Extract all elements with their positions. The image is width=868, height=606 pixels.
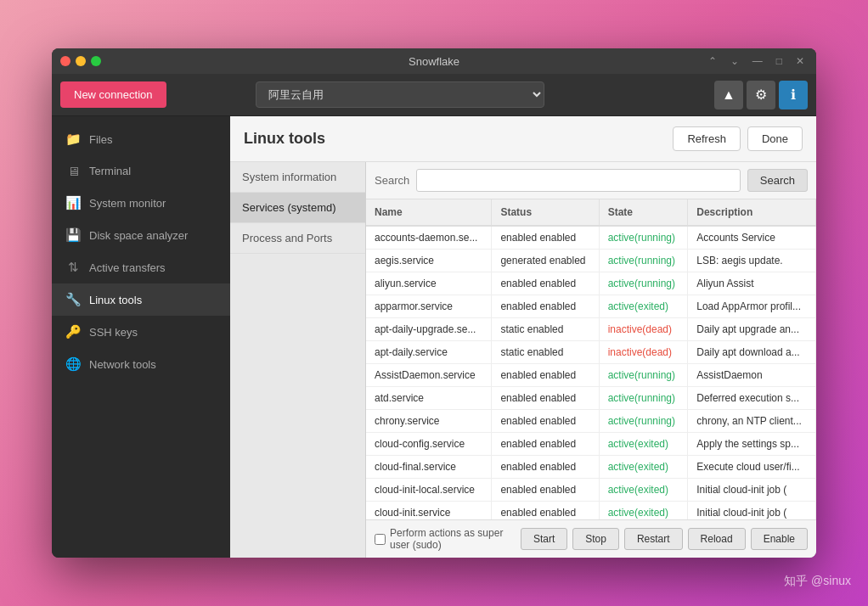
cell-state: active(running) <box>599 387 688 410</box>
ssh-keys-icon: 🔑 <box>65 324 81 339</box>
table-row[interactable]: apparmor.serviceenabled enabledactive(ex… <box>366 295 816 318</box>
services-table: Name Status State Description accounts-d… <box>366 199 816 519</box>
footer-bar: Perform actions as super user (sudo) Sta… <box>366 519 816 558</box>
title-bar-btn-4[interactable]: □ <box>773 53 786 69</box>
table-header-row: Name Status State Description <box>366 199 816 226</box>
network-tools-icon: 🌐 <box>65 356 81 372</box>
table-row[interactable]: aliyun.serviceenabled enabledactive(runn… <box>366 272 816 295</box>
cell-service-name: accounts-daemon.se... <box>366 226 492 250</box>
sidebar: 📁 Files 🖥 Terminal 📊 System monitor 💾 Di… <box>52 116 230 558</box>
cell-service-name: chrony.service <box>366 410 492 433</box>
sidebar-item-network-tools[interactable]: 🌐 Network tools <box>52 348 230 380</box>
title-bar-btn-2[interactable]: ⌄ <box>727 53 742 69</box>
table-row[interactable]: cloud-config.serviceenabled enabledactiv… <box>366 433 816 456</box>
title-bar-btn-3[interactable]: — <box>749 53 766 69</box>
content-body: System information Services (systemd) Pr… <box>230 162 816 558</box>
toolbar: New connection 阿里云自用 ▲ ⚙ ℹ <box>52 74 816 116</box>
minimize-dot[interactable] <box>76 56 86 66</box>
cell-state: active(running) <box>599 364 688 387</box>
files-icon: 📁 <box>65 132 81 147</box>
connection-dropdown[interactable]: 阿里云自用 <box>256 81 544 108</box>
left-panel-processes[interactable]: Process and Ports <box>230 223 365 254</box>
info-icon-btn[interactable]: ℹ <box>779 81 808 109</box>
sidebar-item-disk-space[interactable]: 💾 Disk space analyzer <box>52 219 230 251</box>
connection-selector[interactable]: 阿里云自用 <box>256 81 544 108</box>
cell-status: static enabled <box>492 341 599 364</box>
sidebar-item-ssh-keys[interactable]: 🔑 SSH keys <box>52 316 230 348</box>
table-row[interactable]: atd.serviceenabled enabledactive(running… <box>366 387 816 410</box>
sudo-checkbox-label[interactable]: Perform actions as super user (sudo) <box>375 527 514 551</box>
search-input[interactable] <box>416 169 741 192</box>
close-dot[interactable] <box>60 56 70 66</box>
refresh-button[interactable]: Refresh <box>673 126 741 151</box>
cell-state: active(running) <box>599 272 688 295</box>
linux-tools-icon: 🔧 <box>65 292 81 307</box>
sidebar-item-active-transfers[interactable]: ⇅ Active transfers <box>52 251 230 283</box>
cell-state: active(running) <box>599 410 688 433</box>
upload-icon-btn[interactable]: ▲ <box>714 81 743 109</box>
cell-status: enabled enabled <box>492 272 599 295</box>
right-panel: Search Search Name Status State <box>366 162 816 558</box>
cell-status: enabled enabled <box>492 226 599 250</box>
table-row[interactable]: cloud-final.serviceenabled enabledactive… <box>366 456 816 479</box>
search-label: Search <box>375 174 409 187</box>
active-transfers-icon: ⇅ <box>65 260 81 275</box>
sidebar-item-files[interactable]: 📁 Files <box>52 123 230 155</box>
title-bar-btn-1[interactable]: ⌃ <box>705 53 720 69</box>
table-row[interactable]: chrony.serviceenabled enabledactive(runn… <box>366 410 816 433</box>
left-panel-services[interactable]: Services (systemd) <box>230 193 365 223</box>
cell-description: Initial cloud-init job ( <box>688 479 816 502</box>
table-row[interactable]: cloud-init.serviceenabled enabledactive(… <box>366 502 816 520</box>
sidebar-item-linux-tools[interactable]: 🔧 Linux tools <box>52 283 230 316</box>
sidebar-item-terminal[interactable]: 🖥 Terminal <box>52 155 230 187</box>
table-row[interactable]: apt-daily.servicestatic enabledinactive(… <box>366 341 816 364</box>
search-button[interactable]: Search <box>747 169 808 192</box>
window-title: Snowflake <box>409 55 459 68</box>
cell-description: Aliyun Assist <box>688 272 816 295</box>
sidebar-item-files-label: Files <box>89 133 112 146</box>
title-bar: Snowflake ⌃ ⌄ — □ ✕ <box>52 48 816 74</box>
cell-state: inactive(dead) <box>599 318 688 341</box>
action-buttons: Start Stop Restart Reload Enable <box>521 528 808 550</box>
table-row[interactable]: cloud-init-local.serviceenabled enableda… <box>366 479 816 502</box>
cell-state: active(running) <box>599 250 688 272</box>
cell-description: Initial cloud-init job ( <box>688 502 816 520</box>
table-row[interactable]: accounts-daemon.se...enabled enabledacti… <box>366 226 816 250</box>
restart-button[interactable]: Restart <box>624 528 683 550</box>
stop-button[interactable]: Stop <box>572 528 619 550</box>
disk-space-icon: 💾 <box>65 227 81 243</box>
cell-service-name: atd.service <box>366 387 492 410</box>
system-monitor-icon: 📊 <box>65 195 81 210</box>
sidebar-item-system-monitor[interactable]: 📊 System monitor <box>52 187 230 219</box>
sudo-checkbox[interactable] <box>375 534 386 545</box>
table-row[interactable]: aegis.servicegenerated enabledactive(run… <box>366 250 816 272</box>
share-icon-btn[interactable]: ⚙ <box>747 81 775 109</box>
cell-status: enabled enabled <box>492 479 599 502</box>
enable-button[interactable]: Enable <box>751 528 808 550</box>
table-row[interactable]: apt-daily-upgrade.se...static enabledina… <box>366 318 816 341</box>
cell-service-name: aliyun.service <box>366 272 492 295</box>
cell-description: Daily apt download a... <box>688 341 816 364</box>
main-window: Snowflake ⌃ ⌄ — □ ✕ New connection 阿里云自用… <box>52 48 816 558</box>
sidebar-item-terminal-label: Terminal <box>89 165 131 177</box>
reload-button[interactable]: Reload <box>688 528 746 550</box>
maximize-dot[interactable] <box>91 56 101 66</box>
new-connection-button[interactable]: New connection <box>60 81 166 108</box>
services-table-container[interactable]: Name Status State Description accounts-d… <box>366 199 816 519</box>
left-panel-system-info[interactable]: System information <box>230 162 365 193</box>
sidebar-item-disk-label: Disk space analyzer <box>89 229 188 242</box>
sidebar-item-transfers-label: Active transfers <box>89 261 166 274</box>
cell-status: generated enabled <box>492 250 599 272</box>
cell-status: enabled enabled <box>492 433 599 456</box>
cell-service-name: cloud-config.service <box>366 433 492 456</box>
start-button[interactable]: Start <box>521 528 567 550</box>
cell-state: active(exited) <box>599 433 688 456</box>
cell-state: inactive(dead) <box>599 341 688 364</box>
done-button[interactable]: Done <box>747 126 803 151</box>
cell-description: Accounts Service <box>688 226 816 250</box>
cell-state: active(exited) <box>599 502 688 520</box>
table-row[interactable]: AssistDaemon.serviceenabled enabledactiv… <box>366 364 816 387</box>
header-buttons: Refresh Done <box>673 126 803 151</box>
col-header-status: Status <box>492 199 599 226</box>
title-bar-btn-5[interactable]: ✕ <box>792 53 808 69</box>
